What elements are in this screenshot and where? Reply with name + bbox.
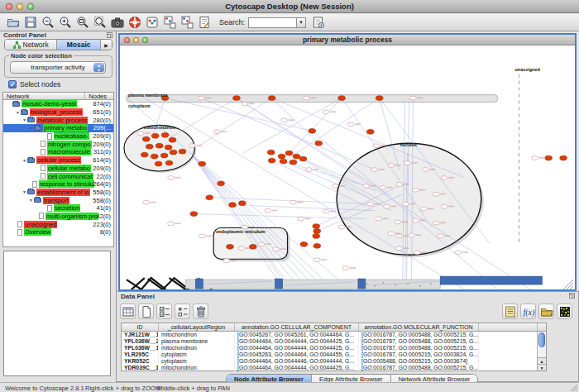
network-tree-item[interactable]: ▼transport558(0) [3, 196, 113, 204]
attribute-batch-button[interactable] [502, 304, 518, 319]
network-tree-item[interactable]: unassigned223(0) [3, 220, 113, 228]
table-cell[interactable]: cytoplasm [159, 351, 235, 358]
resize-grip-icon[interactable] [570, 384, 578, 392]
table-cell[interactable]: [GO:0045263, GO:0044464, GO:0044455, G..… [235, 351, 359, 358]
disclosure-triangle-icon[interactable]: ▼ [22, 158, 27, 163]
network-tree-item[interactable]: ▼cellular process614(0) [3, 156, 113, 165]
disclosure-triangle-icon[interactable]: ▼ [22, 117, 27, 122]
network-tree-item[interactable]: secretion41(0) [3, 204, 113, 213]
delete-attribute-button[interactable] [193, 304, 208, 319]
network-tree-item[interactable]: nitrogen compo209(0) [3, 140, 113, 148]
disclosure-triangle-icon[interactable]: ▼ [28, 126, 34, 131]
search-dropdown-button[interactable]: ▼ [296, 17, 306, 28]
new-attribute-button[interactable] [138, 304, 154, 319]
disclosure-triangle-icon[interactable]: ▼ [15, 110, 21, 115]
table-cell[interactable]: YPL036W__2 [122, 338, 159, 345]
node-color-combobox[interactable]: transporter activity ▲▼ [10, 61, 106, 74]
network-tree-item[interactable]: cellular metabo209(0) [3, 165, 113, 173]
select-nodes-checkbox[interactable]: ✓ [8, 80, 17, 88]
table-column-header[interactable]: annotation.GO CELLULAR_COMPONENT [235, 323, 359, 331]
network-tree-item[interactable]: ▼primary metabo209(... [3, 124, 113, 132]
table-cell[interactable]: mitochondrion [159, 345, 235, 351]
zoom-fit-button[interactable] [92, 15, 108, 30]
table-cell[interactable]: YJR121W__1 [122, 332, 159, 338]
network-tree-header[interactable]: Network Nodes [3, 93, 113, 100]
network-view-titlebar[interactable]: primary metabolic process [120, 35, 575, 45]
app-titlebar[interactable]: Cytoscape Desktop (New Session) [0, 0, 579, 13]
tab-mosaic[interactable]: Mosaic [57, 40, 101, 50]
table-button[interactable] [120, 304, 136, 319]
table-cell[interactable]: YLR295C [122, 351, 159, 358]
function-builder-button[interactable]: f(x) [520, 304, 536, 319]
table-cell[interactable]: [GO:0044464, GO:0044444, GO:0044425, G..… [235, 365, 359, 371]
float-data-panel-icon[interactable] [569, 293, 575, 299]
table-column-header[interactable]: ID [122, 323, 159, 331]
table-scrollbar[interactable]: ▲ ▼ [537, 332, 546, 370]
zoom-selected-button[interactable] [74, 15, 90, 30]
table-row[interactable]: YKR052Ccytoplasm[GO:0044464, GO:0044446,… [122, 358, 546, 365]
float-panel-icon[interactable] [107, 32, 112, 38]
table-cell[interactable]: [GO:0016787, GO:0005488, GO:0005215, G..… [359, 345, 479, 351]
table-cell[interactable]: [GO:0016787, GO:0005488, GO:0005215, G..… [359, 332, 479, 338]
table-cell[interactable]: [GO:0044464, GO:0044444, GO:0044425, G..… [235, 338, 359, 345]
scroll-down-button[interactable]: ▼ [538, 364, 546, 370]
zoom-out-button[interactable] [40, 15, 55, 30]
matrix-button[interactable] [557, 304, 572, 319]
table-cell[interactable]: [GO:0005488, GO:0005215, GO:0003674] [359, 358, 479, 365]
table-cell[interactable]: [GO:0016787, GO:0005488, GO:0005215, G..… [359, 338, 479, 345]
help-button[interactable] [127, 15, 142, 30]
scroll-up-button[interactable]: ▲ [538, 357, 546, 364]
search-config-button[interactable] [310, 15, 326, 30]
table-column-header[interactable]: annotation.GO MOLECULAR_FUNCTION [359, 323, 479, 331]
vizmapper-button[interactable] [144, 15, 160, 30]
open-button[interactable] [5, 15, 21, 30]
network-tree-item[interactable]: cell communicat22(0) [3, 172, 113, 180]
network-tree-item[interactable]: nucleobase-209(0) [3, 132, 113, 141]
annotation-button[interactable] [196, 15, 212, 30]
zoom-in-button[interactable] [57, 15, 73, 30]
network-tree-item[interactable]: Overview8(0) [3, 228, 113, 237]
table-cell[interactable]: [GO:0016787, GO:0005488, GO:0005215, G..… [359, 365, 479, 371]
table-column-header[interactable] [479, 323, 538, 331]
network-graph[interactable]: plasma membranecytoplasmmitochondrionnuc… [120, 46, 575, 289]
table-column-header[interactable]: _cellularLayoutRegion [159, 323, 235, 331]
tab-overflow-button[interactable]: ▶ [101, 40, 112, 50]
table-row[interactable]: YJR121W__1mitochondrion[GO:0045267, GO:0… [122, 332, 546, 338]
table-cell[interactable]: [GO:0016787, GO:0005215, GO:0003824, G..… [359, 351, 479, 358]
table-cell[interactable]: mitochondrion [159, 365, 235, 371]
attribute-table-header[interactable]: ID_cellularLayoutRegionannotation.GO CEL… [122, 323, 546, 332]
birdseye-view[interactable] [3, 251, 111, 376]
table-scrollbar-thumb[interactable] [538, 332, 545, 347]
table-cell[interactable]: mitochondrion [159, 332, 235, 338]
table-cell[interactable]: [GO:0045267, GO:0045261, GO:0044464, G..… [235, 332, 359, 338]
snapshot-button[interactable] [109, 15, 125, 30]
layout-red-button[interactable] [161, 15, 177, 30]
network-tree-item[interactable]: multi-organism pro42(0) [3, 213, 113, 221]
disclosure-triangle-icon[interactable]: ▼ [28, 198, 34, 203]
network-tree-item[interactable]: ▼biological_process651(0) [3, 108, 113, 117]
table-cell[interactable]: YDR039C__1 [122, 365, 159, 371]
table-row[interactable]: YDR039C__1mitochondrion[GO:0044464, GO:0… [122, 365, 546, 371]
search-input[interactable] [248, 17, 296, 28]
network-tree-item[interactable]: ▼establishment of lo558(0) [3, 189, 113, 197]
import-attributes-button[interactable] [538, 304, 554, 319]
table-cell[interactable]: YKR052C [122, 358, 159, 365]
table-row[interactable]: YPL036W__1mitochondrion[GO:0044464, GO:0… [122, 345, 546, 351]
network-tree-item[interactable]: ▼metabolic process280(0) [3, 116, 113, 124]
disclosure-triangle-icon[interactable]: ▼ [22, 189, 27, 194]
network-canvas[interactable]: plasma membranecytoplasmmitochondrionnuc… [120, 46, 575, 289]
table-cell[interactable]: cytoplasm [159, 358, 235, 365]
table-row[interactable]: YPL036W__2plasma membrane[GO:0044464, GO… [122, 338, 546, 345]
tab-network[interactable]: Network [5, 40, 57, 50]
table-cell[interactable]: plasma membrane [159, 338, 235, 345]
table-cell[interactable]: [GO:0044464, GO:0044446, GO:0044444, G..… [235, 358, 359, 365]
table-row[interactable]: YLR295Ccytoplasm[GO:0045263, GO:0044464,… [122, 351, 546, 358]
table-cell[interactable]: YPL036W__1 [122, 345, 159, 351]
layout-blue-button[interactable] [179, 15, 194, 30]
network-tree-item[interactable]: response to stimulu264(0) [3, 180, 113, 189]
table-cell[interactable]: [GO:0044464, GO:0044444, GO:0044425, G..… [235, 345, 359, 351]
select-attributes-button[interactable] [156, 304, 172, 319]
network-tree-item[interactable]: macromolecule311(0) [3, 148, 113, 156]
save-button[interactable] [22, 15, 38, 30]
network-tree-item[interactable]: mosaic-demo-yeast874(0) [3, 100, 113, 108]
